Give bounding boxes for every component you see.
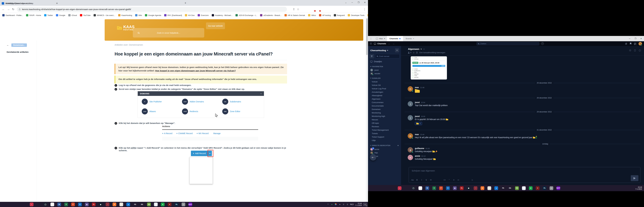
taskbar-clock[interactable]: 23:49 7-1-2023 (636, 186, 644, 190)
user-avatar[interactable]: m (638, 42, 642, 46)
bookmark-item[interactable]: Developer Tools (348, 14, 364, 16)
taskbar-app-icon[interactable]: O (444, 185, 451, 191)
taskbar-app-icon[interactable]: DG (138, 202, 146, 207)
taskbar-app-icon[interactable]: ◄ (125, 202, 132, 207)
taskbar-app-icon[interactable]: ◐ (396, 185, 403, 191)
composer-placeholder[interactable]: Schrijven naar Algemeen (409, 167, 640, 174)
channel-item[interactable]: Ticket Support (368, 135, 401, 138)
new-tab-button[interactable]: + (184, 2, 186, 5)
cpanel-domains-item[interactable]: DNS Zone Editor (222, 108, 262, 115)
taskbar-app-icon[interactable]: Fz (90, 202, 97, 207)
taskbar-app-icon[interactable]: ▼ (534, 185, 541, 191)
taskbar-app-icon[interactable]: ◉ (84, 202, 90, 207)
extension-icon[interactable]: ▰ (332, 8, 336, 11)
taskbar-app-icon[interactable] (35, 202, 42, 207)
bookmark-item[interactable]: Google (56, 14, 65, 16)
cpanel-action-link[interactable]: + A Record (162, 132, 172, 134)
taskbar-app-icon[interactable]: ◉ (97, 202, 104, 207)
taskbar-app-icon[interactable]: PS (132, 202, 138, 207)
add-record-menu-item[interactable] (190, 170, 212, 174)
taskbar-app-icon[interactable]: ◄ (493, 185, 500, 191)
maximize-button[interactable]: ❐ (632, 38, 638, 40)
browser-tab[interactable]: Knowledge Base Software | Crisp ✕ (0, 1, 60, 6)
close-button[interactable]: ✕ (362, 1, 368, 4)
extension-icon[interactable]: FI (338, 8, 341, 11)
threads-item[interactable]: Draadjes (368, 60, 401, 64)
taskbar-app-icon[interactable]: NZXT (187, 202, 194, 207)
taskbar-app-icon[interactable]: ▼ (166, 202, 173, 207)
bookmark-item[interactable]: KaasHosting (118, 14, 132, 16)
back-arrow-icon[interactable]: ← (6, 44, 9, 46)
favorite-star-icon[interactable]: ☆ (423, 48, 425, 50)
taskbar-app-icon[interactable]: ᙭ (111, 202, 118, 207)
cpanel-domains-item[interactable]: .com= Aliases (142, 108, 182, 115)
cpanel-action-link[interactable]: Manage (212, 132, 221, 134)
bookmark-item[interactable]: fiveguard (334, 14, 345, 16)
taskbar-app-icon[interactable]: DG (506, 185, 514, 191)
message-author[interactable]: joost (415, 101, 420, 104)
keyboard-language[interactable]: NLD (350, 204, 354, 206)
channel-item[interactable]: Algemeen (368, 97, 401, 100)
settings-gear-icon[interactable] (634, 43, 636, 44)
composer-toolbar-button[interactable]: Aa (410, 178, 414, 182)
composer-toolbar-button[interactable]: ☺ (470, 178, 474, 182)
channel-item[interactable]: Uitje (368, 138, 401, 142)
bookmark-item[interactable]: iCloud (68, 14, 77, 16)
extension-icon[interactable]: ⋯ 3 (317, 8, 320, 11)
extension-icon[interactable]: S (342, 8, 346, 11)
channel-item[interactable]: Monitoring-high (368, 114, 401, 118)
taskbar-app-icon[interactable]: ◎ (49, 202, 56, 207)
favorites-section-header[interactable]: FAVORIETEN (368, 64, 401, 68)
direct-message-item[interactable]: w wouter (368, 72, 401, 75)
taskbar-app-icon[interactable] (21, 202, 28, 207)
extension-icon[interactable] (327, 8, 330, 11)
page-scrollbar[interactable] (366, 18, 368, 202)
chat-message[interactable]: j joost 22:54 Top! Dat wordt dan makkeli… (401, 101, 644, 108)
add-record-menu-item[interactable] (190, 180, 212, 183)
bookmark-item[interactable]: Academy - Michael... (212, 14, 232, 16)
tab-search-icon[interactable]: ⌄ (343, 1, 349, 4)
reaction-pill[interactable]: 3 (415, 122, 422, 125)
bookmark-item[interactable]: RAVR - Home (26, 14, 41, 16)
global-search-input[interactable]: Zoeken (476, 42, 539, 45)
channel-item[interactable]: Vulcan Git (368, 84, 401, 87)
channel-item[interactable]: Domeinen (368, 108, 401, 111)
channel-item[interactable]: Vulcan (368, 80, 401, 84)
add-record-menu-item[interactable] (190, 161, 212, 164)
channel-info-icon[interactable]: i (639, 50, 641, 52)
cpanel-domains-item[interactable]: sub. Subdomains (222, 98, 262, 105)
composer-toolbar-button[interactable]: <> (442, 178, 447, 182)
taskbar-app-icon[interactable]: ▣ (152, 202, 159, 207)
taskbar-app-icon[interactable]: HS (514, 185, 520, 191)
chat-message[interactable]: j joost 15:09 Er is geprikt! 26 februari… (401, 115, 644, 126)
go-to-website-button[interactable]: Ga naar website (206, 22, 225, 29)
taskbar-app-icon[interactable]: Ps (541, 185, 548, 191)
channels-section-header[interactable]: KANALEN (368, 75, 401, 80)
category-pill[interactable]: Domeinnam... (11, 44, 27, 47)
taskbar-app-icon[interactable] (8, 202, 14, 207)
floating-list-check-button[interactable]: ≡✓ (370, 154, 376, 160)
extension-icon[interactable]: 1 (312, 8, 315, 11)
bookmark-item[interactable]: YouTube (80, 14, 90, 16)
taskbar-app-icon[interactable]: ◯ (42, 202, 49, 207)
taskbar-app-icon[interactable]: ▣ (520, 185, 527, 191)
composer-toolbar-button[interactable] (461, 178, 465, 182)
channel-item[interactable]: Ticket Management (368, 128, 401, 132)
minimize-button[interactable]: ─ (627, 38, 632, 40)
history-back-icon[interactable]: ← (388, 42, 390, 45)
composer-toolbar-button[interactable]: I (420, 178, 424, 182)
taskbar-app-icon[interactable]: ◔ (472, 185, 479, 191)
message-author[interactable]: guillaume (415, 147, 424, 150)
maximize-button[interactable]: ❐ (355, 1, 362, 4)
forward-button[interactable]: → (7, 8, 10, 11)
direct-message-item[interactable]: j joost (368, 68, 401, 72)
taskbar-app-icon[interactable]: P (70, 202, 76, 207)
chrome-menu-icon[interactable]: ⋮ (363, 8, 366, 11)
message-author[interactable]: max (415, 133, 419, 136)
chat-message[interactable]: g guillaume 01:00 Gelukkig nieuwjaar (401, 147, 644, 154)
message-author[interactable]: joost (415, 115, 420, 118)
tray-chrome-icon[interactable] (335, 203, 337, 206)
bookmark-item[interactable]: Twitter (44, 14, 53, 16)
taskbar-app-icon[interactable]: Ps (173, 202, 180, 207)
taskbar-app-icon[interactable] (376, 185, 382, 191)
